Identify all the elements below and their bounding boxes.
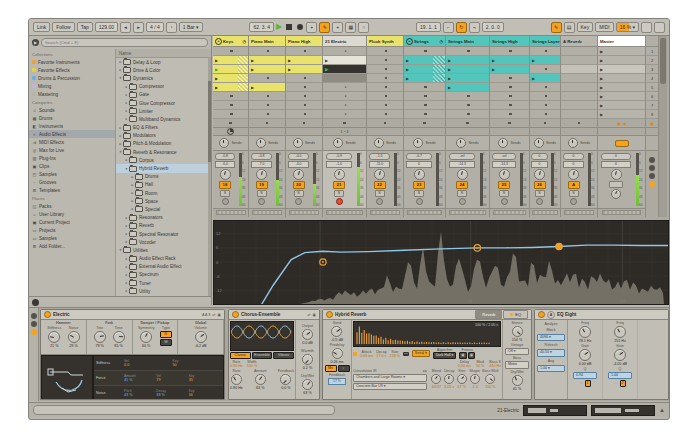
session-rail-button[interactable] (649, 181, 655, 187)
clip-slot[interactable]: ▶ (598, 83, 645, 92)
sidebar-item-samples[interactable]: ▭Samples (29, 234, 115, 242)
volume-field[interactable]: -7.0 (251, 161, 273, 168)
bass-mode-menu[interactable]: Mono (505, 361, 529, 368)
algo-param-bass-x[interactable]: Bass X440 Hz (489, 360, 501, 368)
clip-slot[interactable] (446, 92, 489, 101)
feedback-field[interactable]: 17 % (328, 378, 346, 385)
peak-value-box[interactable]: 0 (531, 153, 548, 160)
clip-slot[interactable] (561, 65, 597, 74)
clip-slot[interactable]: ▶ (404, 56, 445, 65)
stop-clip-cell[interactable] (561, 119, 597, 128)
tree-item-multiband-dynamics[interactable]: ▸Multiband Dynamics (116, 115, 211, 123)
eq8-block-field[interactable]: 4096 ▾ (537, 334, 565, 341)
algorithm-menu[interactable]: Dark Hall ▾ (433, 352, 457, 359)
key-map-button[interactable]: Key (577, 22, 594, 33)
tree-item-reverb-resonance[interactable]: ▾Reverb & Resonance (116, 148, 211, 156)
clip-slot[interactable]: ● (323, 110, 366, 119)
freeze-button-1[interactable]: ▣ (468, 352, 475, 359)
solo-button[interactable]: S (414, 190, 424, 197)
knob-knob[interactable] (302, 379, 313, 390)
sidebar-item-sounds[interactable]: ♫Sounds (29, 106, 115, 114)
clip-slot[interactable] (404, 101, 445, 110)
punch-out-icon[interactable]: ¬ (469, 22, 480, 33)
track-activator-button[interactable]: 20 (293, 181, 305, 189)
tree-item-gate[interactable]: ▸Gate (116, 91, 211, 99)
tree-header-name[interactable]: Name (116, 49, 211, 58)
routing-menu[interactable]: Serial ▾ (412, 350, 430, 357)
algo-param-mod[interactable]: Mod50 % (476, 360, 484, 368)
sidebar-item-samples[interactable]: ◰Samples (29, 170, 115, 178)
notification-triangle-icon[interactable]: ▲ (659, 407, 665, 413)
band1-freq-knob[interactable] (579, 326, 591, 338)
scene-number[interactable]: 1 (646, 47, 658, 56)
mod-cell-key[interactable]: Key50 (173, 359, 222, 367)
knob-knob[interactable] (302, 329, 313, 340)
clip-slot[interactable] (213, 110, 248, 119)
volume-field[interactable]: -1.0 (326, 161, 353, 168)
track-header[interactable]: Strings High (490, 36, 529, 47)
algo-param-delay[interactable]: Delay0.00 ms (458, 360, 471, 368)
tree-item-hall[interactable]: ▸Hall (116, 181, 211, 189)
record-button[interactable] (297, 24, 303, 30)
track-activator-button[interactable]: A (568, 181, 580, 189)
mod-cell-key[interactable]: Key56 (189, 389, 221, 397)
scene-number[interactable]: 6 (646, 92, 658, 101)
tree-item-modulators[interactable]: ▸Modulators (116, 132, 211, 140)
chorus-mode-ensemble[interactable]: Ensemble (252, 352, 273, 359)
pan-knob[interactable] (374, 169, 385, 180)
hybrid-stereo-knob[interactable] (512, 326, 523, 337)
send-a-knob[interactable] (413, 138, 423, 148)
volume-field[interactable]: -14.3 (492, 161, 516, 168)
punch-in-icon[interactable]: ⌐ (443, 22, 454, 33)
stop-clip-cell[interactable] (249, 119, 285, 128)
capture-midi-icon[interactable]: ▦ (345, 22, 356, 33)
session-rail-button[interactable] (649, 173, 655, 179)
clip-slot[interactable]: ▶ (404, 65, 445, 74)
clip-slot[interactable]: ● (323, 92, 366, 101)
draw-mode-icon[interactable]: ✎ (551, 22, 562, 33)
tree-item-vocoder[interactable]: ▸Vocoder (116, 238, 211, 246)
volume-field[interactable]: -11.0 (369, 161, 391, 168)
pickup-type-w[interactable]: W (160, 339, 172, 346)
clip-slot[interactable] (367, 110, 403, 119)
arm-button[interactable] (416, 198, 423, 205)
hybrid-param-attack[interactable]: Attack0.06 ms (360, 350, 373, 358)
nudge-up-button[interactable]: ▸ (133, 22, 144, 33)
sidebar-item-grooves[interactable]: ~Grooves (29, 178, 115, 186)
mod-cell-amount[interactable]: Amount41 % (124, 374, 156, 382)
send-a-knob[interactable] (568, 138, 578, 148)
clip-slot[interactable] (213, 92, 248, 101)
stop-all-icon[interactable]: ▣ (650, 121, 654, 126)
sidebar-item-packs[interactable]: ◱Packs (29, 202, 115, 210)
tree-item-space[interactable]: ▸Space (116, 197, 211, 205)
clip-slot[interactable] (530, 65, 560, 74)
clip-slot[interactable] (213, 47, 248, 56)
tree-item-external-audio-effect[interactable]: ▸External Audio Effect (116, 263, 211, 271)
mod-cell-key[interactable]: Key35 (189, 374, 221, 382)
clip-slot[interactable] (286, 110, 322, 119)
tree-item-reverb[interactable]: ▸Reverb (116, 222, 211, 230)
master-solo-box[interactable] (609, 181, 623, 188)
pan-knob[interactable] (611, 169, 622, 180)
hybrid-send-knob[interactable] (331, 326, 342, 337)
collection-item[interactable]: Mastering (29, 90, 115, 98)
filter-shape-icon[interactable]: ◠ (614, 382, 617, 386)
sidebar-item-drums[interactable]: ▦Drums (29, 114, 115, 122)
solo-button[interactable]: S (294, 190, 304, 197)
clip-slot[interactable]: ▶ (323, 65, 366, 74)
master-post-toggle[interactable] (615, 140, 629, 147)
cpu-meter[interactable]: 16 % ▾ (616, 22, 639, 32)
clip-slot[interactable] (367, 74, 403, 83)
tree-item-delay-loop[interactable]: ▸Delay & Loop (116, 58, 211, 66)
track-header[interactable]: Pluck Synth (367, 36, 403, 47)
band2-gain-knob[interactable] (614, 349, 626, 361)
browser-scrollbar[interactable] (208, 57, 211, 296)
clip-slot[interactable] (367, 101, 403, 110)
arm-button[interactable] (459, 198, 466, 205)
clip-slot[interactable]: ▶ (249, 83, 285, 92)
eq8-audition-button[interactable]: A (547, 311, 555, 319)
clip-slot[interactable] (561, 83, 597, 92)
clip-slot[interactable] (490, 47, 529, 56)
sidebar-item-user-library[interactable]: ⌂User Library (29, 210, 115, 218)
eq-eight-device[interactable]: A EQ Eight AnalyzeBlock4096 ▾Refresh40.5… (534, 309, 669, 400)
